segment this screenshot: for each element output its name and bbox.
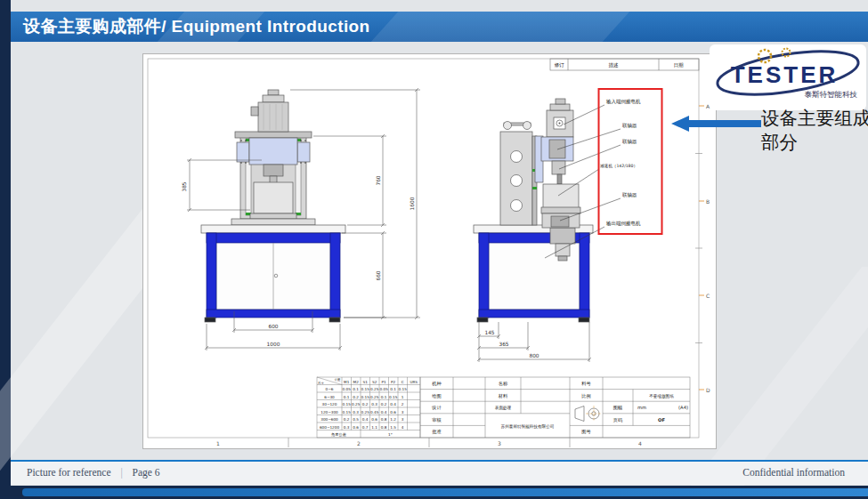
svg-text:0.25: 0.25 — [370, 395, 379, 399]
dim-front-door: 600 — [268, 324, 278, 329]
svg-text:0.1: 0.1 — [344, 395, 350, 399]
svg-text:0.8: 0.8 — [381, 417, 387, 422]
background-chevron — [691, 267, 868, 486]
dim-side-c: 800 — [529, 353, 539, 358]
slide-page: 设备主要购成部件/ Equipment Introduction A B C D… — [0, 0, 868, 499]
dim-side-b: 365 — [499, 342, 508, 347]
svg-text:材料: 材料 — [498, 393, 508, 399]
svg-text:2: 2 — [402, 402, 404, 406]
svg-text:P1: P1 — [382, 380, 387, 384]
company-logo: TESTER 泰斯特智能科技 — [710, 44, 866, 110]
svg-text:0.15: 0.15 — [361, 395, 370, 399]
svg-text:0.1: 0.1 — [390, 387, 396, 391]
svg-text:0~6: 0~6 — [326, 387, 334, 391]
svg-text:料号: 料号 — [581, 381, 590, 386]
annotation-heading: 设备主要组成部分 — [761, 107, 868, 155]
page-title: 设备主要购成部件/ Equipment Introduction — [23, 15, 370, 38]
svg-text:300~600: 300~600 — [320, 417, 338, 422]
zone-number: 1 — [216, 440, 220, 447]
svg-text:页码: 页码 — [613, 417, 622, 423]
svg-text:0.5: 0.5 — [353, 417, 359, 422]
svg-text:审核: 审核 — [432, 417, 442, 423]
svg-text:1.5: 1.5 — [390, 425, 396, 430]
revision-col: 修订 — [555, 62, 565, 68]
svg-text:P2: P2 — [391, 380, 396, 384]
svg-text:4: 4 — [402, 425, 404, 430]
svg-text:0.15: 0.15 — [399, 387, 408, 391]
svg-text:3: 3 — [402, 417, 404, 422]
svg-text:6~30: 6~30 — [324, 395, 335, 399]
footer-note: Picture for reference — [27, 467, 111, 478]
svg-text:0.25: 0.25 — [361, 410, 370, 414]
header-streak — [371, 12, 630, 42]
zone-number: 4 — [638, 440, 642, 447]
svg-text:0.15: 0.15 — [361, 387, 370, 391]
component-label: 联轴器 — [622, 139, 637, 145]
svg-text:不要缩放图纸: 不要缩放图纸 — [649, 393, 674, 399]
component-label: 减速机（142/180） — [600, 164, 637, 168]
svg-text:0.8: 0.8 — [381, 425, 387, 430]
logo-brand: TESTER — [731, 61, 839, 88]
svg-text:0.2: 0.2 — [344, 417, 350, 422]
svg-text:0.3: 0.3 — [371, 402, 377, 406]
zone-letter: D — [706, 387, 710, 393]
svg-text:机种: 机种 — [432, 381, 441, 386]
svg-text:0.7: 0.7 — [362, 425, 369, 430]
svg-text:0.15: 0.15 — [389, 395, 398, 399]
svg-text:表面处理: 表面处理 — [495, 405, 512, 411]
svg-text:设计: 设计 — [431, 405, 442, 410]
svg-text:1.1: 1.1 — [371, 425, 377, 430]
revision-col: 描述 — [609, 62, 620, 68]
svg-text:0.1: 0.1 — [381, 395, 387, 399]
tol-angle-label: 角度公差 — [330, 432, 347, 437]
component-label: 输入端伺服电机 — [606, 99, 641, 105]
svg-text:600~1200: 600~1200 — [320, 425, 339, 430]
svg-text:批准: 批准 — [432, 429, 441, 435]
bottom-accent-bar — [22, 488, 868, 496]
svg-text:0.25: 0.25 — [352, 402, 361, 406]
tol-corner-top: 公差 — [335, 378, 341, 382]
zone-letter: B — [706, 198, 710, 205]
svg-text:0.4: 0.4 — [390, 402, 396, 406]
company-name: 苏州泰斯特智能科技有限公司 — [501, 423, 555, 430]
svg-text:120~300: 120~300 — [320, 410, 338, 414]
svg-text:0.2: 0.2 — [362, 402, 369, 406]
svg-text:1.2: 1.2 — [390, 417, 396, 422]
svg-text:0.3: 0.3 — [353, 410, 359, 414]
component-label: 输出端伺服电机 — [606, 221, 641, 227]
svg-text:0.4: 0.4 — [362, 417, 369, 422]
dim-side-a: 145 — [484, 330, 494, 335]
svg-text:S2: S2 — [372, 380, 377, 384]
dim-front-upper: 385 — [182, 181, 187, 191]
dim-front-total: 1600 — [410, 197, 415, 210]
footer-separator: | — [120, 467, 122, 478]
logo-subtitle: 泰斯特智能科技 — [805, 90, 858, 99]
svg-text:OF: OF — [658, 417, 665, 423]
svg-text:3: 3 — [402, 410, 404, 414]
dim-front-base: 1000 — [267, 342, 280, 347]
svg-text:0.15: 0.15 — [343, 402, 352, 406]
drawing-sheet: A B C D 1 2 3 4 修订 描述 日期 — [142, 53, 717, 449]
svg-text:0.6: 0.6 — [371, 417, 377, 422]
svg-text:图幅: 图幅 — [613, 405, 622, 411]
component-label: 联轴器 — [622, 192, 637, 198]
svg-text:URS: URS — [410, 380, 418, 384]
page-number: Page 6 — [133, 467, 160, 478]
title-bar: 设备主要购成部件/ Equipment Introduction — [11, 12, 868, 42]
svg-text:名称: 名称 — [498, 381, 508, 387]
svg-text:0.4: 0.4 — [381, 410, 387, 414]
zone-number: 3 — [498, 440, 501, 447]
revision-col: 日期 — [674, 62, 685, 68]
svg-text:C: C — [402, 380, 404, 384]
component-label: 联轴器 — [622, 123, 637, 129]
tol-angle-value: 1° — [388, 432, 393, 437]
svg-text:1: 1 — [402, 395, 404, 399]
svg-text:0.6: 0.6 — [390, 410, 396, 414]
svg-text:图号: 图号 — [581, 429, 590, 434]
svg-text:M1: M1 — [344, 380, 350, 384]
zone-letter: C — [706, 293, 710, 299]
svg-text:0.15: 0.15 — [343, 410, 352, 414]
svg-text:0.1: 0.1 — [353, 387, 359, 391]
svg-text:0.2: 0.2 — [353, 395, 359, 399]
svg-text:S1: S1 — [363, 380, 369, 384]
